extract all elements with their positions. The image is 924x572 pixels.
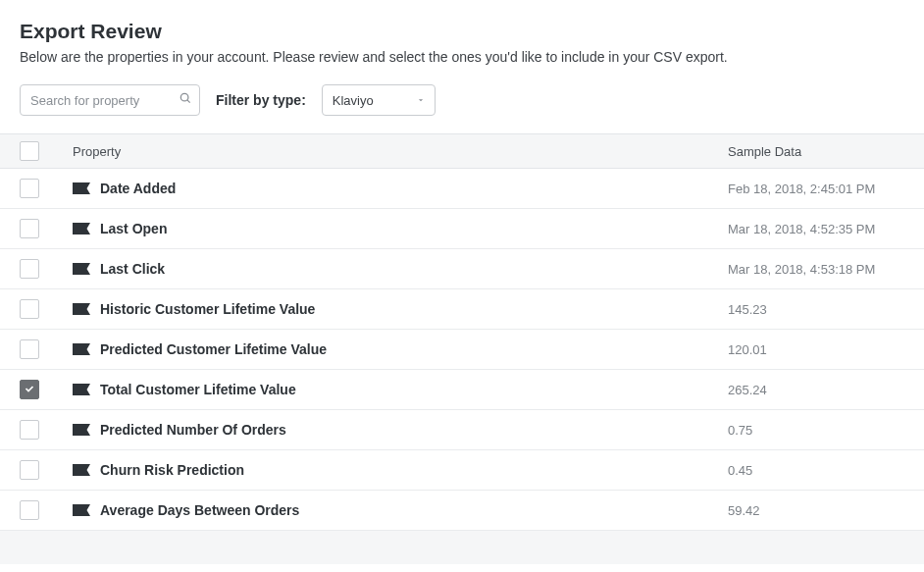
search-icon [179,91,192,109]
row-checkbox[interactable] [20,179,39,198]
page-subtitle: Below are the properties in your account… [20,49,904,65]
klaviyo-icon [73,463,90,477]
row-checkbox[interactable] [20,420,39,440]
klaviyo-icon [73,182,90,195]
row-checkbox[interactable] [20,219,39,238]
property-name: Total Customer Lifetime Value [100,382,296,397]
row-checkbox[interactable] [20,259,39,279]
property-name: Date Added [100,181,176,196]
table-row: Predicted Customer Lifetime Value 120.01 [0,330,924,370]
klaviyo-icon [73,302,90,316]
property-name: Predicted Customer Lifetime Value [100,341,327,357]
sample-data: Feb 18, 2018, 2:45:01 PM [728,182,904,196]
table-row: Last Open Mar 18, 2018, 4:52:35 PM [0,209,924,249]
klaviyo-icon [73,423,90,437]
property-name: Historic Customer Lifetime Value [100,301,315,317]
property-name: Churn Risk Prediction [100,462,244,478]
footer-space [0,531,924,564]
sample-data: 0.45 [728,463,904,478]
filter-label: Filter by type: [216,92,306,108]
klaviyo-icon [73,342,90,356]
sample-data: 59.42 [728,503,904,518]
sample-data: 0.75 [728,423,904,438]
page-title: Export Review [20,20,904,43]
klaviyo-icon [73,503,90,517]
svg-line-1 [187,100,190,103]
properties-table: Property Sample Data Date Added Feb 18, … [0,133,924,531]
klaviyo-icon [73,383,90,396]
row-checkbox[interactable] [20,460,39,480]
table-row: Total Customer Lifetime Value 265.24 [0,370,924,410]
row-checkbox[interactable] [20,380,39,399]
table-row: Average Days Between Orders 59.42 [0,491,924,531]
klaviyo-icon [73,222,90,235]
row-checkbox[interactable] [20,299,39,319]
property-name: Predicted Number Of Orders [100,422,286,438]
search-input[interactable] [20,84,200,116]
table-row: Date Added Feb 18, 2018, 2:45:01 PM [0,169,924,209]
sample-data: 265.24 [728,383,904,397]
select-all-checkbox[interactable] [20,141,39,161]
header-sample: Sample Data [728,144,904,159]
type-select-value: Klaviyo [333,93,374,108]
property-name: Average Days Between Orders [100,502,299,518]
sample-data: Mar 18, 2018, 4:52:35 PM [728,222,904,236]
table-header: Property Sample Data [0,133,924,169]
klaviyo-icon [73,262,90,276]
row-checkbox[interactable] [20,339,39,359]
table-row: Last Click Mar 18, 2018, 4:53:18 PM [0,249,924,289]
table-row: Predicted Number Of Orders 0.75 [0,410,924,450]
header-property: Property [73,144,728,159]
svg-point-0 [180,93,188,101]
chevron-down-icon [416,91,426,109]
sample-data: 145.23 [728,302,904,317]
sample-data: Mar 18, 2018, 4:53:18 PM [728,262,904,277]
sample-data: 120.01 [728,342,904,357]
table-row: Historic Customer Lifetime Value 145.23 [0,289,924,330]
table-row: Churn Risk Prediction 0.45 [0,450,924,491]
property-name: Last Click [100,261,165,277]
property-name: Last Open [100,221,167,236]
row-checkbox[interactable] [20,500,39,520]
